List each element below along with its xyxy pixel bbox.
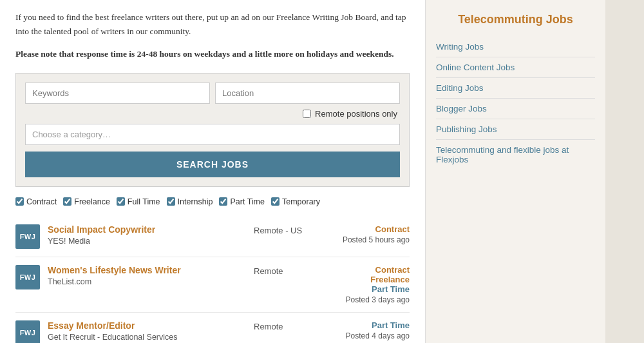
remote-row: Remote positions only [25,109,400,119]
intro-paragraph: If you need to find the best freelance w… [15,10,410,38]
filter-parttime: Part Time [219,197,265,206]
filter-parttime-label: Part Time [230,197,265,206]
job-type-freelance-2: Freelance [339,275,410,284]
filter-fulltime-label: Full Time [128,197,160,206]
job-posted-3: Posted 4 days ago [339,331,410,340]
sidebar-link-writing[interactable]: Writing Jobs [436,37,595,57]
filter-contract-label: Contract [26,197,57,206]
sidebar: Telecommuting Jobs Writing Jobs Online C… [425,0,605,343]
job-company-2: TheList.com [48,277,91,286]
remote-checkbox[interactable] [303,110,311,118]
job-meta-2: Contract Freelance Part Time Posted 3 da… [339,265,410,304]
filter-temporary: Temporary [271,197,320,206]
filter-internship-label: Internship [178,197,213,206]
filter-freelance: Freelance [63,197,110,206]
job-info-3: Essay Mentor/Editor Get It Recruit - Edu… [48,320,246,342]
job-logo-1: FWJ [15,224,40,249]
sidebar-link-flexjobs[interactable]: Telecommuting and flexible jobs at Flexj… [436,140,595,170]
job-meta-1: Contract Posted 5 hours ago [339,224,410,244]
notice-paragraph: Please note that response time is 24-48 … [15,47,410,61]
job-card-2: FWJ Women's Lifestyle News Writer TheLis… [15,257,410,313]
main-content: If you need to find the best freelance w… [0,0,425,343]
job-company-3: Get It Recruit - Educational Services [48,333,177,342]
filter-row: Contract Freelance Full Time Internship … [15,197,410,206]
job-type-contract-1: Contract [339,224,410,234]
job-type-parttime-2: Part Time [339,284,410,294]
filter-temporary-label: Temporary [282,197,320,206]
filter-temporary-checkbox[interactable] [271,197,279,206]
job-location-1: Remote - US [254,224,331,235]
job-company-1: YES! Media [48,237,90,246]
sidebar-link-publishing[interactable]: Publishing Jobs [436,119,595,140]
job-type-contract-2: Contract [339,265,410,275]
job-posted-1: Posted 5 hours ago [339,235,410,244]
job-logo-2: FWJ [15,265,40,289]
job-title-1[interactable]: Social Impact Copywriter [48,224,246,235]
job-title-3[interactable]: Essay Mentor/Editor [48,320,246,331]
filter-fulltime: Full Time [117,197,160,206]
search-button[interactable]: SEARCH JOBS [25,152,400,177]
filter-fulltime-checkbox[interactable] [117,197,125,206]
filter-contract-checkbox[interactable] [15,197,24,206]
job-meta-3: Part Time Posted 4 days ago [339,320,410,340]
job-type-parttime-3: Part Time [339,320,410,330]
remote-label: Remote positions only [315,109,397,119]
filter-internship: Internship [167,197,213,206]
job-card-1: FWJ Social Impact Copywriter YES! Media … [15,217,410,257]
sidebar-title: Telecommuting Jobs [436,13,595,26]
sidebar-link-editing[interactable]: Editing Jobs [436,78,595,99]
job-location-3: Remote [254,320,331,331]
job-title-2[interactable]: Women's Lifestyle News Writer [48,265,246,275]
sidebar-link-blogger[interactable]: Blogger Jobs [436,99,595,119]
location-input[interactable] [215,83,400,104]
job-card-3: FWJ Essay Mentor/Editor Get It Recruit -… [15,313,410,343]
filter-parttime-checkbox[interactable] [219,197,227,206]
category-select[interactable]: Choose a category… [25,124,400,145]
filter-freelance-label: Freelance [74,197,110,206]
search-inputs-row [25,83,400,104]
filter-freelance-checkbox[interactable] [63,197,71,206]
job-info-2: Women's Lifestyle News Writer TheList.co… [48,265,246,287]
sidebar-link-online-content[interactable]: Online Content Jobs [436,57,595,78]
job-posted-2: Posted 3 days ago [339,295,410,304]
filter-internship-checkbox[interactable] [167,197,175,206]
job-list: FWJ Social Impact Copywriter YES! Media … [15,217,410,343]
search-box: Remote positions only Choose a category…… [15,73,410,187]
job-location-2: Remote [254,265,331,276]
keywords-input[interactable] [25,83,210,104]
job-logo-3: FWJ [15,320,40,343]
job-info-1: Social Impact Copywriter YES! Media [48,224,246,246]
filter-contract: Contract [15,197,57,206]
